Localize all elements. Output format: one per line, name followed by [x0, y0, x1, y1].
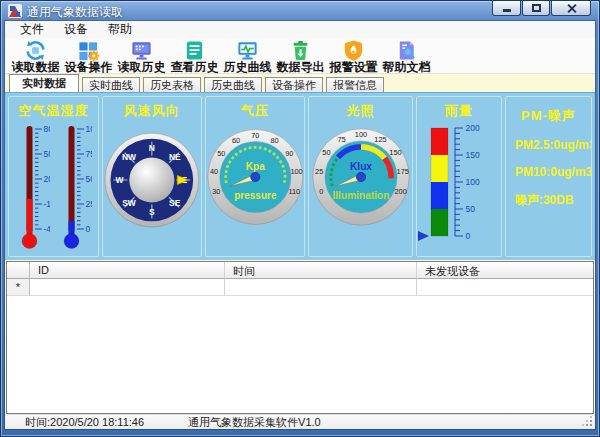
svg-text:175: 175 — [396, 168, 408, 177]
svg-text:100: 100 — [465, 177, 479, 187]
help-doc-button[interactable]: 帮助文档 — [380, 39, 433, 73]
curve-monitor-icon — [236, 39, 259, 62]
svg-text:125: 125 — [374, 136, 386, 145]
svg-text:25: 25 — [86, 199, 93, 209]
svg-text:pressure: pressure — [234, 190, 277, 201]
status-app-name: 通用气象数据采集软件V1.0 — [188, 415, 321, 430]
svg-text:75: 75 — [86, 149, 93, 159]
svg-text:0: 0 — [465, 231, 470, 241]
panel-wind: 风速风向 NNEESESSWWNW — [102, 96, 202, 257]
read-history-button[interactable]: 读取历史 — [115, 39, 168, 73]
title-bar[interactable]: 通用气象数据读取 — [1, 1, 599, 21]
tab-realtime-curve[interactable]: 实时曲线 — [82, 77, 140, 92]
device-table: ID 时间 未发现设备 * — [6, 261, 594, 414]
panel-title: 风速风向 — [103, 102, 201, 120]
app-icon — [8, 4, 22, 18]
menu-device[interactable]: 设备 — [54, 21, 98, 38]
svg-text:NW: NW — [122, 153, 136, 163]
toolbar: 读取数据 设备操作 — [5, 38, 595, 74]
refresh-data-icon — [24, 39, 47, 62]
svg-text:50: 50 — [217, 149, 225, 158]
svg-text:110: 110 — [288, 187, 300, 196]
read-data-button[interactable]: 读取数据 — [9, 39, 62, 73]
svg-text:60: 60 — [232, 136, 240, 145]
svg-text:W: W — [115, 175, 123, 185]
svg-text:Kpa: Kpa — [245, 162, 264, 173]
panel-illumination: 光照 0255075100125150175200KluxIlluminatio… — [308, 96, 413, 257]
svg-text:70: 70 — [251, 131, 259, 140]
column-header-time[interactable]: 时间 — [225, 262, 417, 279]
menu-file[interactable]: 文件 — [10, 21, 54, 38]
tab-history-curve[interactable]: 历史曲线 — [204, 77, 262, 92]
tool-label: 报警设置 — [330, 60, 378, 74]
export-data-icon — [289, 39, 312, 62]
svg-text:50: 50 — [86, 174, 93, 184]
tool-label: 读取历史 — [118, 60, 166, 74]
svg-text:25: 25 — [315, 168, 323, 177]
svg-text:40: 40 — [210, 168, 218, 177]
row-selector-header[interactable] — [7, 262, 30, 279]
client-area: 文件 设备 帮助 读取数据 — [5, 21, 595, 429]
svg-text:75: 75 — [337, 136, 345, 145]
column-header-id[interactable]: ID — [30, 262, 225, 279]
svg-text:S: S — [149, 208, 155, 218]
svg-text:NE: NE — [169, 153, 181, 163]
tool-label: 帮助文档 — [383, 60, 431, 74]
wind-compass: NNEESESSWWNW — [103, 131, 201, 229]
maximize-icon — [532, 4, 541, 12]
history-curve-button[interactable]: 历史曲线 — [221, 39, 274, 73]
table-cell-id[interactable] — [30, 279, 225, 296]
humidity-thermometer: 1007550250 — [56, 121, 92, 257]
svg-text:30: 30 — [212, 187, 220, 196]
view-history-icon — [183, 39, 206, 62]
tab-history-table[interactable]: 历史表格 — [143, 77, 201, 92]
table-cell-time[interactable] — [225, 279, 417, 296]
close-button[interactable] — [551, 1, 591, 16]
svg-text:200: 200 — [465, 123, 479, 133]
help-doc-icon — [395, 39, 418, 62]
svg-text:100: 100 — [290, 168, 302, 177]
svg-text:50: 50 — [44, 149, 51, 159]
panel-title: PM-噪声 — [506, 107, 591, 125]
svg-text:50: 50 — [465, 204, 475, 214]
view-history-button[interactable]: 查看历史 — [168, 39, 221, 73]
pm10-value: PM10:0ug/m3 — [515, 165, 591, 179]
svg-text:20: 20 — [44, 174, 51, 184]
tool-label: 查看历史 — [171, 60, 219, 74]
realtime-dashboard: 空气温湿度 805020-10-40 1007550250 风速风向 NNEES… — [5, 92, 595, 260]
svg-text:50: 50 — [322, 149, 330, 158]
alarm-shield-icon — [342, 39, 365, 62]
pressure-gauge: 30405060708090100110Kpapressure — [206, 127, 305, 227]
tab-strip: 实时数据 实时曲线 历史表格 历史曲线 设备操作 报警信息 — [5, 74, 595, 92]
svg-text:N: N — [149, 143, 155, 153]
close-icon — [566, 3, 577, 14]
tool-label: 设备操作 — [65, 60, 113, 74]
data-export-button[interactable]: 数据导出 — [274, 39, 327, 73]
svg-text:100: 100 — [354, 131, 366, 140]
tool-label: 数据导出 — [277, 60, 325, 74]
svg-text:80: 80 — [44, 124, 51, 134]
column-header-device[interactable]: 未发现设备 — [417, 262, 593, 279]
panel-pm-noise: PM-噪声 PM2.5:0ug/m3 PM10:0ug/m3 噪声:30DB — [505, 96, 592, 257]
table-header-row: ID 时间 未发现设备 — [7, 262, 593, 279]
minimize-button[interactable] — [492, 1, 521, 16]
row-selector[interactable]: * — [7, 279, 30, 296]
panel-title: 光照 — [309, 102, 412, 120]
tab-alarm-info[interactable]: 报警信息 — [326, 77, 384, 92]
tab-realtime-data[interactable]: 实时数据 — [9, 74, 79, 92]
history-monitor-icon — [130, 39, 153, 62]
device-operate-button[interactable]: 设备操作 — [62, 39, 115, 73]
table-cell-device[interactable] — [417, 279, 593, 296]
svg-text:-40: -40 — [44, 224, 51, 234]
menu-help[interactable]: 帮助 — [98, 21, 142, 38]
svg-text:SW: SW — [122, 198, 136, 208]
tool-label: 读取数据 — [12, 60, 60, 74]
alarm-settings-button[interactable]: 报警设置 — [327, 39, 380, 73]
panel-title: 气压 — [206, 102, 305, 120]
svg-text:80: 80 — [270, 136, 278, 145]
svg-text:200: 200 — [394, 187, 406, 196]
temperature-thermometer: 805020-10-40 — [14, 121, 50, 257]
panel-rain: 雨量 200150100500 — [416, 96, 502, 257]
maximize-button[interactable] — [522, 1, 550, 16]
tab-device-operate[interactable]: 设备操作 — [265, 77, 323, 92]
